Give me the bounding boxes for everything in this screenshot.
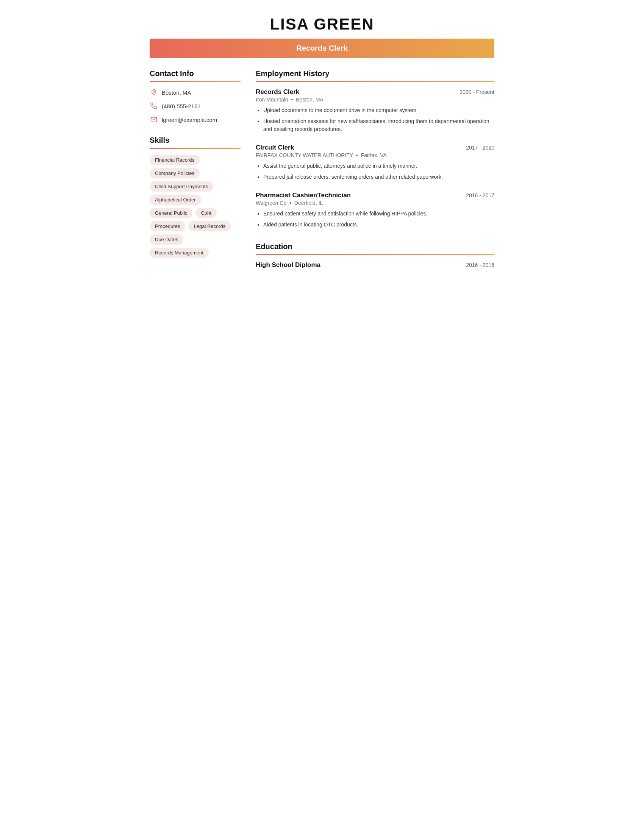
skill-tag: Due Dates (150, 234, 184, 244)
job-dates: 2016 - 2017 (466, 192, 494, 198)
resume-wrapper: LISA GREEN Records Clerk Contact Info Bo… (142, 0, 502, 299)
employment-section: Employment History Records Clerk2020 - P… (256, 69, 494, 229)
edu-container: High School Diploma2016 - 2016 (256, 261, 494, 269)
job-entry: Records Clerk2020 - PresentIron Mountain… (256, 88, 494, 133)
contact-heading: Contact Info (150, 69, 241, 78)
contact-location-text: Boston, MA (162, 89, 191, 96)
job-bullet-item: Prepared jail release orders, sentencing… (263, 173, 494, 181)
skill-tag: Child Support Payments (150, 182, 213, 191)
email-icon (150, 116, 158, 124)
contact-location: Boston, MA (150, 88, 241, 96)
job-bullets: Assist the general public, attorneys and… (256, 162, 494, 181)
location-icon (150, 88, 158, 96)
skill-tag: Legal Records (188, 221, 231, 232)
education-divider (256, 254, 494, 255)
candidate-name: LISA GREEN (150, 15, 494, 33)
skill-tag: Alphabetical Order (150, 195, 201, 205)
contact-email-text: lgreen@example.com (162, 117, 217, 123)
skill-tag: General Public (150, 208, 192, 218)
job-bullet-item: Aided patients in locating OTC products. (263, 221, 494, 229)
skill-tag: Company Policies (150, 168, 200, 178)
job-bullet-item: Hosted orientation sessions for new staf… (263, 117, 494, 133)
left-column: Contact Info Boston, MA (150, 69, 241, 277)
job-title: Circuit Clerk (256, 144, 294, 151)
job-bullets: Upload documents to the document drive i… (256, 106, 494, 133)
skill-tag: Financial Records (150, 155, 200, 165)
job-company: FAIRFAX COUNTY WATER AUTHORITY • Fairfax… (256, 152, 494, 158)
skill-tag: Records Management (150, 248, 209, 258)
edu-degree: High School Diploma (256, 261, 320, 269)
contact-email: lgreen@example.com (150, 116, 241, 124)
job-entry: Pharmacist Cashier/Technician2016 - 2017… (256, 191, 494, 229)
employment-divider (256, 81, 494, 82)
contact-section: Contact Info Boston, MA (150, 69, 241, 124)
skills-divider (150, 148, 241, 149)
skills-section: Skills Financial RecordsCompany Policies… (150, 136, 241, 258)
edu-entry: High School Diploma2016 - 2016 (256, 261, 494, 269)
job-title-bar: Records Clerk (150, 39, 494, 58)
skill-tags-container: Financial RecordsCompany PoliciesChild S… (150, 155, 241, 258)
jobs-container: Records Clerk2020 - PresentIron Mountain… (256, 88, 494, 229)
job-company: Walgreen Co • Deerfield, IL (256, 200, 494, 206)
job-bullet-item: Assist the general public, attorneys and… (263, 162, 494, 170)
job-header: Circuit Clerk2017 - 2020 (256, 144, 494, 151)
skill-tag: Cpht (195, 208, 216, 218)
contact-divider (150, 81, 241, 82)
employment-heading: Employment History (256, 69, 494, 78)
right-column: Employment History Records Clerk2020 - P… (256, 69, 494, 277)
job-header: Records Clerk2020 - Present (256, 88, 494, 96)
education-heading: Education (256, 242, 494, 251)
job-bullet-item: Upload documents to the document drive i… (263, 106, 494, 114)
job-title: Pharmacist Cashier/Technician (256, 191, 351, 199)
job-bullet-item: Ensured patient safety and satisfaction … (263, 210, 494, 218)
contact-phone: (480) 555-2161 (150, 102, 241, 110)
phone-icon (150, 102, 158, 110)
job-header: Pharmacist Cashier/Technician2016 - 2017 (256, 191, 494, 199)
job-bullets: Ensured patient safety and satisfaction … (256, 210, 494, 229)
contact-phone-text: (480) 555-2161 (162, 103, 201, 109)
job-title: Records Clerk (256, 88, 299, 96)
education-section: Education High School Diploma2016 - 2016 (256, 242, 494, 269)
edu-dates: 2016 - 2016 (466, 262, 494, 268)
main-content: Contact Info Boston, MA (150, 69, 494, 277)
job-company: Iron Mountain • Boston, MA (256, 96, 494, 103)
job-dates: 2017 - 2020 (466, 145, 494, 151)
job-dates: 2020 - Present (459, 89, 494, 95)
skills-heading: Skills (150, 136, 241, 145)
job-entry: Circuit Clerk2017 - 2020FAIRFAX COUNTY W… (256, 144, 494, 181)
skill-tag: Procedures (150, 221, 185, 232)
svg-point-0 (153, 91, 155, 92)
